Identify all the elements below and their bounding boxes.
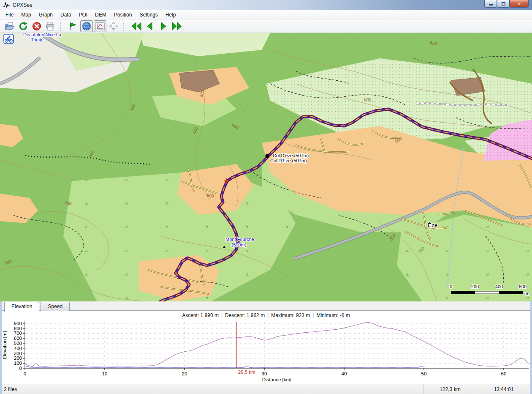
status-time: 13:44:01 xyxy=(477,384,530,394)
stat-descent: Descent: 1.962 m xyxy=(225,312,265,318)
map-view[interactable]: ɑ. xyxy=(0,33,532,301)
contour-label: 500 xyxy=(207,193,214,198)
show-poi-button[interactable] xyxy=(67,20,79,32)
x-axis-title: Distance [km] xyxy=(262,377,292,382)
peak-name: Mont Fourche xyxy=(225,237,254,242)
statusbar: 2 files 122,3 km 13:44:01 xyxy=(0,384,532,394)
show-graph-button[interactable] xyxy=(94,20,106,32)
titlebar[interactable]: GPXSee ✕ xyxy=(0,0,532,10)
svg-text:600: 600 xyxy=(14,336,22,341)
svg-text:40: 40 xyxy=(342,371,347,376)
printer-icon xyxy=(45,21,55,31)
svg-text:400: 400 xyxy=(14,346,22,351)
tab-speed[interactable]: Speed xyxy=(41,302,70,311)
next-file-button[interactable] xyxy=(157,20,170,32)
graph-dock: ElevationSpeed Ascent: 1.990 m|Descent: … xyxy=(0,301,532,384)
chart-grid xyxy=(25,322,529,368)
toolbar-separator xyxy=(60,22,62,31)
svg-text:300: 300 xyxy=(14,351,22,356)
stats-separator: | xyxy=(265,312,271,318)
menu-dem[interactable]: DEM xyxy=(91,11,110,19)
toolbar-separator xyxy=(123,22,125,31)
place-label-eze: Èze xyxy=(428,222,437,228)
scale-tick-400: 400 xyxy=(495,284,503,289)
status-distance: 122,3 km xyxy=(423,384,477,394)
file-toolbar-group xyxy=(1,19,60,33)
scale-tick-0: 0 xyxy=(450,284,452,289)
map-canvas: ɑ. xyxy=(0,33,532,301)
graph-icon xyxy=(95,21,105,31)
previous-arrow-icon xyxy=(145,21,155,31)
view-toolbar-group xyxy=(64,19,123,33)
svg-text:60: 60 xyxy=(501,371,507,376)
menu-position[interactable]: Position xyxy=(110,11,136,19)
map-terrain xyxy=(0,33,532,301)
show-map-button[interactable] xyxy=(80,20,93,32)
navigation-toolbar-group xyxy=(128,19,187,33)
poi-label-line1: Décathlon Nice La xyxy=(23,33,62,37)
tab-elevation[interactable]: Elevation xyxy=(4,302,39,312)
track-1-elevation xyxy=(25,322,530,366)
menu-data[interactable]: Data xyxy=(57,11,75,19)
minimize-button[interactable] xyxy=(484,0,497,8)
close-window-button[interactable]: ✕ xyxy=(510,0,529,8)
y-axis-title: Elevation [m] xyxy=(2,331,7,359)
svg-text:900: 900 xyxy=(14,321,22,326)
last-file-button[interactable] xyxy=(171,20,183,32)
globe-icon xyxy=(81,21,92,31)
waypoint-label-2: Col D'Eze (507m) xyxy=(270,158,307,163)
svg-text:100: 100 xyxy=(14,361,22,366)
scale-unit: m xyxy=(526,291,529,296)
svg-text:500: 500 xyxy=(14,341,22,346)
print-button[interactable] xyxy=(44,20,57,32)
previous-file-button[interactable] xyxy=(144,20,156,32)
svg-text:200: 200 xyxy=(14,356,22,361)
close-icon: ✕ xyxy=(517,1,521,7)
menu-file[interactable]: File xyxy=(2,11,17,19)
stat-ascent: Ascent: 1.990 m xyxy=(182,312,219,318)
menu-graph[interactable]: Graph xyxy=(35,11,57,19)
menu-map[interactable]: Map xyxy=(17,11,35,19)
stat-maximum: Maximum: 923 m xyxy=(271,312,310,318)
scale-tick-200: 200 xyxy=(471,284,479,289)
stats-separator: | xyxy=(310,312,316,318)
open-file-button[interactable] xyxy=(3,20,16,32)
maximize-icon xyxy=(502,2,505,5)
menu-settings[interactable]: Settings xyxy=(136,11,161,19)
close-file-button[interactable] xyxy=(30,20,43,32)
svg-text:30: 30 xyxy=(262,371,267,376)
last-arrow-icon xyxy=(171,21,182,31)
app-logo-icon xyxy=(3,2,10,8)
svg-text:50: 50 xyxy=(421,371,427,376)
marker-distance-label: 26,5 km xyxy=(238,369,255,375)
pan-arrows-icon xyxy=(109,21,119,31)
first-file-button[interactable] xyxy=(130,20,143,32)
minimize-icon xyxy=(489,4,493,5)
stats-separator: | xyxy=(219,312,225,318)
menu-poi[interactable]: POI xyxy=(75,11,91,19)
elevation-chart[interactable]: 26,5 km010020030040050060070080090001020… xyxy=(2,319,530,383)
scale-tick-600: 600 xyxy=(519,284,527,289)
svg-text:800: 800 xyxy=(14,326,22,331)
menubar: FileMapGraphDataPOIDEMPositionSettingsHe… xyxy=(0,10,532,19)
first-arrow-icon xyxy=(131,21,142,31)
move-map-button[interactable] xyxy=(107,20,120,32)
reload-file-button[interactable] xyxy=(17,20,30,32)
chart-series xyxy=(25,322,530,368)
peak-elevation: (500m) xyxy=(232,242,247,247)
graph-stats: Ascent: 1.990 m|Descent: 1.962 m|Maximum… xyxy=(2,312,530,318)
stat-minimum: Minimum: -6 m xyxy=(316,312,350,318)
gpxsee-window: GPXSee ✕ FileMapGraphDataPOIDEMPositionS… xyxy=(0,0,532,394)
reload-icon xyxy=(18,21,28,31)
open-folder-icon xyxy=(5,21,15,31)
window-controls: ✕ xyxy=(484,0,529,8)
svg-text:0: 0 xyxy=(19,366,22,371)
menu-help[interactable]: Help xyxy=(162,11,180,19)
svg-text:700: 700 xyxy=(14,331,22,336)
status-file-count: 2 files xyxy=(2,386,423,392)
svg-text:20: 20 xyxy=(182,371,187,376)
svg-text:0: 0 xyxy=(24,371,26,376)
maximize-button[interactable] xyxy=(497,0,510,8)
next-arrow-icon xyxy=(158,21,168,31)
graph-panel: Ascent: 1.990 m|Descent: 1.962 m|Maximum… xyxy=(2,310,530,384)
